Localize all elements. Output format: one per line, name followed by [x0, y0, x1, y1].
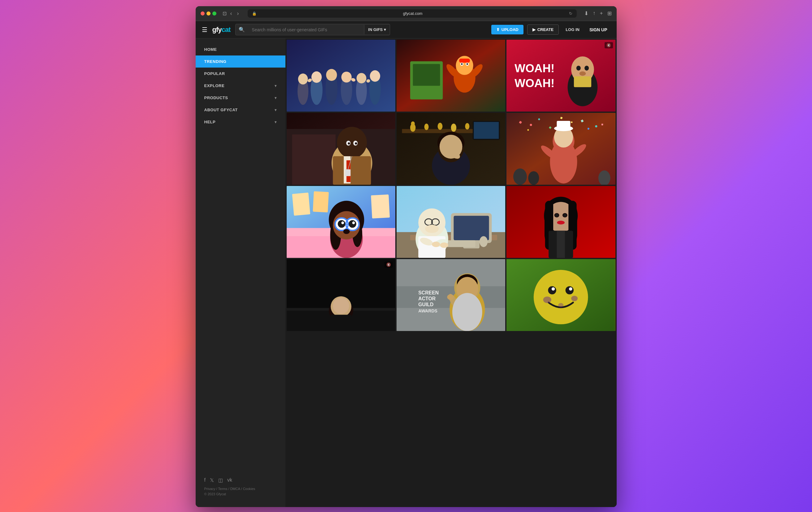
- list-item[interactable]: [506, 113, 615, 185]
- lock-icon: 🔒: [252, 11, 257, 16]
- new-tab-icon[interactable]: +: [600, 10, 603, 17]
- list-item[interactable]: [287, 186, 395, 258]
- hamburger-menu[interactable]: ☰: [202, 26, 207, 33]
- chevron-down-icon: ▾: [384, 27, 386, 32]
- content-area: WOAH! WOAH! 🔇: [285, 38, 617, 507]
- svg-point-164: [452, 293, 482, 331]
- logo: gfycat: [212, 26, 231, 34]
- svg-point-128: [432, 241, 440, 247]
- list-item[interactable]: [506, 259, 615, 331]
- sidebar-item-about[interactable]: ABOUT GFYCAT ▾: [196, 104, 285, 116]
- search-bar: 🔍 IN GIFS ▾: [235, 24, 390, 35]
- svg-rect-93: [292, 192, 310, 216]
- reload-icon[interactable]: ↻: [569, 11, 572, 16]
- search-input[interactable]: [248, 25, 364, 35]
- mute-button[interactable]: 🔇: [605, 42, 613, 48]
- privacy-link[interactable]: Privacy: [204, 487, 215, 491]
- login-button[interactable]: LOG IN: [562, 25, 583, 34]
- twitter-icon[interactable]: 𝕏: [210, 477, 214, 483]
- sidebar-toggle-icon[interactable]: ⊡: [223, 10, 227, 17]
- gif-thumbnail: 🔇: [287, 259, 395, 331]
- svg-point-10: [356, 73, 366, 83]
- list-item[interactable]: 🔇: [287, 259, 395, 331]
- fullscreen-button[interactable]: [212, 11, 216, 16]
- gif-thumbnail: [506, 113, 615, 185]
- cookies-link[interactable]: Cookies: [243, 487, 255, 491]
- svg-text:ACTOR: ACTOR: [418, 296, 436, 301]
- svg-point-104: [349, 220, 356, 228]
- svg-point-32: [576, 66, 581, 71]
- list-item[interactable]: SCREEN ACTOR GUILD AWARDS: [397, 259, 505, 331]
- mute-button[interactable]: 🔇: [384, 262, 393, 268]
- forward-button[interactable]: ›: [236, 9, 240, 17]
- list-item[interactable]: [397, 40, 505, 112]
- svg-point-150: [333, 298, 349, 314]
- svg-point-34: [580, 71, 586, 76]
- sidebar-item-label: TRENDING: [204, 59, 227, 64]
- svg-rect-61: [474, 122, 499, 138]
- svg-rect-18: [413, 64, 440, 86]
- svg-point-163: [447, 294, 454, 300]
- search-scope-selector[interactable]: IN GIFS ▾: [364, 25, 390, 34]
- svg-point-42: [340, 132, 363, 156]
- vk-icon[interactable]: vk: [227, 477, 232, 483]
- back-button[interactable]: ‹: [229, 9, 233, 17]
- svg-rect-73: [602, 124, 603, 126]
- list-item[interactable]: [506, 186, 615, 258]
- footer-links: Privacy / Terms / DMCA / Cookies © 2023 …: [204, 486, 277, 497]
- create-button[interactable]: ▶ CREATE: [527, 25, 559, 35]
- close-button[interactable]: [201, 11, 205, 16]
- svg-point-87: [513, 168, 527, 184]
- sidebar-footer: f 𝕏 ◫ vk Privacy / Terms / DMCA / Cookie…: [196, 472, 285, 502]
- svg-point-56: [424, 124, 429, 130]
- grid-icon[interactable]: ⊞: [607, 10, 612, 17]
- upload-icon: ⬆: [496, 27, 500, 32]
- gif-thumbnail: [397, 40, 505, 112]
- sidebar-item-label: HOME: [204, 47, 217, 52]
- sidebar: HOME TRENDING POPULAR EXPLORE ▾ PRODUCTS…: [196, 38, 285, 507]
- svg-point-67: [454, 151, 459, 155]
- chevron-down-icon: ▾: [274, 108, 277, 112]
- chevron-down-icon: ▾: [274, 96, 277, 100]
- signup-button[interactable]: SIGN UP: [586, 25, 610, 35]
- chevron-down-icon: ▾: [274, 84, 277, 88]
- svg-point-50: [348, 142, 350, 144]
- sidebar-item-label: EXPLORE: [204, 83, 225, 88]
- address-bar[interactable]: 🔒 gfycat.com ↻: [248, 9, 577, 18]
- instagram-icon[interactable]: ◫: [218, 477, 223, 483]
- svg-point-125: [425, 225, 439, 233]
- svg-point-172: [571, 296, 578, 301]
- main-layout: HOME TRENDING POPULAR EXPLORE ▾ PRODUCTS…: [196, 38, 617, 507]
- list-item[interactable]: WOAH! WOAH! 🔇: [506, 40, 615, 112]
- facebook-icon[interactable]: f: [204, 477, 206, 483]
- search-scope-label: IN GIFS: [368, 27, 383, 32]
- svg-point-79: [595, 125, 598, 127]
- traffic-lights: [201, 11, 216, 16]
- svg-point-6: [326, 69, 337, 81]
- svg-rect-43: [333, 156, 371, 185]
- svg-rect-84: [557, 121, 571, 130]
- upload-button[interactable]: ⬆ UPLOAD: [491, 25, 523, 34]
- list-item[interactable]: [287, 40, 395, 112]
- copyright: © 2023 Gfycat: [204, 492, 226, 496]
- sidebar-item-help[interactable]: HELP ▾: [196, 116, 285, 128]
- svg-point-171: [543, 296, 551, 303]
- sidebar-item-home[interactable]: HOME: [196, 44, 285, 55]
- browser-controls: ⊡ ‹ ›: [223, 9, 240, 17]
- dmca-link[interactable]: DMCA: [230, 487, 240, 491]
- minimize-button[interactable]: [206, 11, 210, 16]
- gif-thumbnail: [287, 113, 395, 185]
- terms-link[interactable]: Terms: [218, 487, 228, 491]
- sidebar-item-products[interactable]: PRODUCTS ▾: [196, 92, 285, 104]
- sidebar-item-explore[interactable]: EXPLORE ▾: [196, 80, 285, 92]
- sidebar-item-trending[interactable]: TRENDING: [196, 55, 285, 68]
- sidebar-item-popular[interactable]: POPULAR: [196, 68, 285, 80]
- list-item[interactable]: [397, 186, 505, 258]
- download-icon[interactable]: ⬇: [584, 10, 588, 17]
- share-icon[interactable]: ↑: [593, 10, 596, 17]
- svg-point-58: [451, 124, 456, 132]
- list-item[interactable]: [397, 113, 505, 185]
- list-item[interactable]: [287, 113, 395, 185]
- app: ☰ gfycat 🔍 IN GIFS ▾ ⬆ UPLOAD ▶ CR: [196, 21, 617, 507]
- gif-thumbnail: [287, 186, 395, 258]
